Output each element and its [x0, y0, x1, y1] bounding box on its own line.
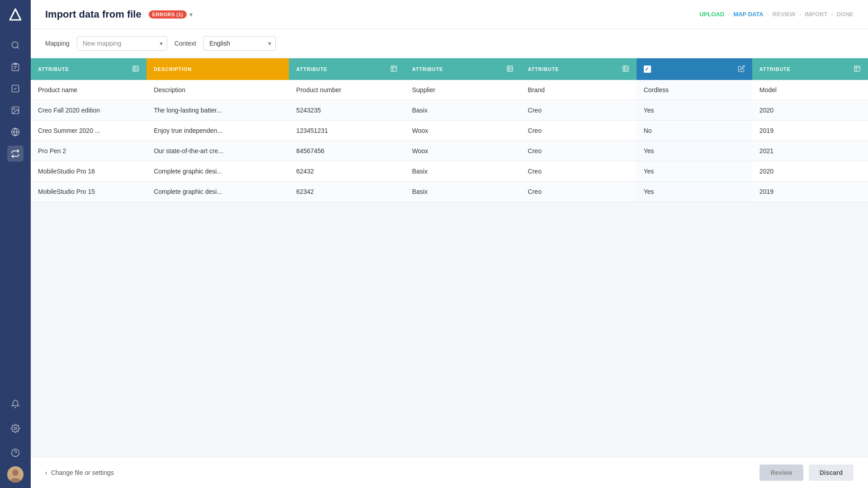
cell-row3-col3: Basix: [405, 161, 520, 182]
step-review: REVIEW: [773, 11, 796, 18]
sidebar-icon-search[interactable]: [7, 37, 24, 53]
footer-actions: Review Discard: [760, 465, 854, 481]
discard-button[interactable]: Discard: [809, 465, 854, 481]
col-header-attr6-edit-icon: [738, 65, 745, 74]
context-select[interactable]: English: [203, 36, 276, 51]
cell-row1-col2: 123451231: [289, 121, 405, 141]
sidebar-icon-checklist[interactable]: [7, 80, 24, 97]
table-row: Creo Fall 2020 editionThe long-lasting b…: [31, 100, 868, 121]
svg-rect-28: [623, 66, 628, 71]
svg-rect-24: [507, 66, 513, 71]
col-header-attr4-icon: [506, 65, 514, 74]
cell-row4-col3: Basix: [405, 182, 520, 202]
col-header-attr6[interactable]: ✓: [637, 58, 752, 80]
cell-row3-col4: Creo: [521, 161, 637, 182]
sidebar-icon-settings[interactable]: [7, 420, 24, 436]
back-link[interactable]: ‹ Change file or settings: [45, 469, 114, 476]
toolbar: Mapping New mapping Context English: [31, 29, 868, 58]
wizard-steps: UPLOAD › MAP DATA › REVIEW › IMPORT › DO…: [699, 11, 854, 18]
sidebar-icon-clipboard[interactable]: [7, 59, 24, 75]
field-supplier: Supplier: [405, 80, 520, 100]
table-row: Pro Pen 2Our state-of-the-art cre...8456…: [31, 141, 868, 161]
cell-row1-col6: 2019: [752, 121, 868, 141]
col-header-attr3-icon: [390, 65, 397, 74]
col-header-attr3-label: ATTRIBUTE: [296, 66, 327, 72]
app-logo[interactable]: [6, 5, 24, 23]
cell-row3-col5: Yes: [637, 161, 752, 182]
svg-rect-32: [854, 66, 860, 71]
col-header-attr1-icon: [132, 65, 139, 74]
cell-row3-col1: Complete graphic desi...: [146, 161, 289, 182]
table-row: MobileStudio Pro 15Complete graphic desi…: [31, 182, 868, 202]
cell-row1-col4: Creo: [521, 121, 637, 141]
cell-row2-col5: Yes: [637, 141, 752, 161]
sidebar-bottom: [7, 393, 24, 483]
sidebar-icon-globe[interactable]: [7, 124, 24, 140]
sidebar-icon-bell[interactable]: [7, 396, 24, 412]
col-header-attr5[interactable]: ATTRIBUTE: [521, 58, 637, 80]
svg-point-17: [12, 469, 19, 476]
field-product-name: Product name: [31, 80, 146, 100]
col-header-desc-label: DESCRIPTION: [154, 66, 192, 72]
table-row: MobileStudio Pro 16Complete graphic desi…: [31, 161, 868, 182]
svg-line-3: [17, 47, 19, 49]
cell-row0-col1: The long-lasting batter...: [146, 100, 289, 121]
back-link-label: Change file or settings: [51, 469, 114, 476]
table-container: ATTRIBUTE DESCRIPTION ATTRIBU: [31, 58, 868, 457]
svg-point-2: [12, 42, 18, 48]
review-button[interactable]: Review: [760, 465, 803, 481]
sidebar: [0, 0, 31, 488]
step-review-label: REVIEW: [773, 11, 796, 18]
cell-row4-col4: Creo: [521, 182, 637, 202]
col-header-attr7-icon: [854, 65, 861, 74]
col-header-attr3[interactable]: ATTRIBUTE: [289, 58, 405, 80]
sidebar-icon-image[interactable]: [7, 102, 24, 118]
step-import-label: IMPORT: [805, 11, 828, 18]
context-label: Context: [175, 40, 196, 47]
field-cordless: Cordless: [637, 80, 752, 100]
cell-row4-col6: 2019: [752, 182, 868, 202]
col-header-attr6-checkbox-icon: ✓: [644, 66, 651, 73]
page-title: Import data from file: [45, 9, 142, 20]
svg-rect-19: [133, 66, 138, 71]
data-table: ATTRIBUTE DESCRIPTION ATTRIBU: [31, 58, 868, 202]
sidebar-icon-help[interactable]: [7, 445, 24, 461]
main-content: Import data from file ERRORS (1) ▾ UPLOA…: [31, 0, 868, 488]
svg-rect-23: [391, 66, 396, 71]
cell-row3-col6: 2020: [752, 161, 868, 182]
cell-row0-col2: 5243235: [289, 100, 405, 121]
context-select-wrapper: English: [203, 36, 276, 51]
cell-row0-col0: Creo Fall 2020 edition: [31, 100, 146, 121]
cell-row3-col0: MobileStudio Pro 16: [31, 161, 146, 182]
col-header-attr4-label: ATTRIBUTE: [412, 66, 443, 72]
step-done-label: DONE: [836, 11, 854, 18]
cell-row2-col2: 84567456: [289, 141, 405, 161]
col-header-desc[interactable]: DESCRIPTION: [146, 58, 289, 80]
field-model: Model: [752, 80, 868, 100]
svg-point-13: [14, 427, 17, 430]
step-chevron-3: ›: [799, 11, 801, 18]
error-dropdown-arrow[interactable]: ▾: [189, 11, 193, 18]
col-header-attr1[interactable]: ATTRIBUTE: [31, 58, 146, 80]
cell-row2-col3: Woox: [405, 141, 520, 161]
step-upload-label: UPLOAD: [699, 11, 724, 18]
page-footer: ‹ Change file or settings Review Discard: [31, 457, 868, 488]
table-row: Creo Summer 2020 ...Enjoy true independe…: [31, 121, 868, 141]
step-chevron-2: ›: [767, 11, 769, 18]
col-header-attr7-label: ATTRIBUTE: [760, 66, 791, 72]
sidebar-icon-import[interactable]: [7, 145, 24, 162]
cell-row0-col3: Basix: [405, 100, 520, 121]
cell-row4-col0: MobileStudio Pro 15: [31, 182, 146, 202]
mapping-select[interactable]: New mapping: [77, 36, 167, 51]
svg-point-10: [14, 108, 14, 110]
cell-row1-col1: Enjoy true independen...: [146, 121, 289, 141]
step-done: DONE: [836, 11, 854, 18]
col-header-attr4[interactable]: ATTRIBUTE: [405, 58, 520, 80]
cell-row1-col0: Creo Summer 2020 ...: [31, 121, 146, 141]
user-avatar[interactable]: [7, 466, 24, 483]
error-badge[interactable]: ERRORS (1): [149, 10, 187, 19]
col-header-attr7[interactable]: ATTRIBUTE: [752, 58, 868, 80]
step-upload: UPLOAD: [699, 11, 724, 18]
cell-row3-col2: 62432: [289, 161, 405, 182]
cell-row1-col3: Woox: [405, 121, 520, 141]
